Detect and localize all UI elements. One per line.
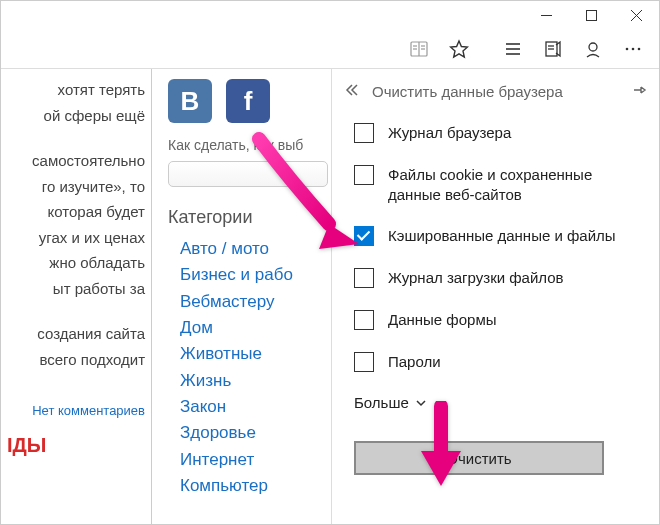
checkbox-label: Журнал браузера (388, 123, 511, 143)
category-link[interactable]: Вебмастеру (180, 289, 331, 315)
no-comments-link[interactable]: Нет комментариев (1, 400, 145, 422)
category-link[interactable]: Компьютер (180, 473, 331, 499)
show-more-button[interactable]: Больше (354, 394, 637, 411)
category-link[interactable]: Дом (180, 315, 331, 341)
pin-icon[interactable] (631, 82, 647, 101)
panel-title: Очистить данные браузера (372, 83, 619, 100)
tagline: Как сделать, как выб (168, 137, 331, 153)
category-link[interactable]: Закон (180, 394, 331, 420)
checkbox-label: Кэшированные данные и файлы (388, 226, 616, 246)
checkbox-download-history[interactable] (354, 268, 374, 288)
checkbox-passwords[interactable] (354, 352, 374, 372)
page-sidebar: B f Как сделать, как выб Категории Авто … (151, 69, 331, 524)
category-link[interactable]: Животные (180, 341, 331, 367)
svg-marker-10 (451, 41, 468, 57)
hub-icon[interactable] (495, 31, 531, 67)
more-icon[interactable] (615, 31, 651, 67)
checkbox-label: Данные формы (388, 310, 496, 330)
categories-list: Авто / мото Бизнес и рабо Вебмастеру Дом… (168, 236, 331, 499)
favorites-star-icon[interactable] (441, 31, 477, 67)
vk-icon[interactable]: B (168, 79, 212, 123)
category-link[interactable]: Авто / мото (180, 236, 331, 262)
browser-toolbar (1, 29, 659, 69)
category-link[interactable]: Интернет (180, 447, 331, 473)
svg-point-17 (589, 43, 597, 51)
category-link[interactable]: Жизнь (180, 368, 331, 394)
search-input[interactable] (168, 161, 328, 187)
checkbox-browsing-history[interactable] (354, 123, 374, 143)
svg-point-20 (638, 47, 641, 50)
clear-button[interactable]: Очистить (354, 441, 604, 475)
category-link[interactable]: Здоровье (180, 420, 331, 446)
svg-point-18 (626, 47, 629, 50)
checkbox-cached-data[interactable] (354, 226, 374, 246)
svg-rect-1 (587, 10, 597, 20)
categories-heading: Категории (168, 207, 331, 228)
minimize-button[interactable] (524, 1, 569, 29)
checkbox-label: Пароли (388, 352, 441, 372)
checkbox-cookies[interactable] (354, 165, 374, 185)
back-icon[interactable] (344, 82, 360, 101)
clear-data-panel: Очистить данные браузера Журнал браузера… (331, 69, 659, 524)
checkbox-form-data[interactable] (354, 310, 374, 330)
svg-point-19 (632, 47, 635, 50)
page-text-fragment: хотят терять ой сферы ещё самостоятельно… (1, 69, 151, 524)
heading-fragment: ІДЫ (1, 428, 145, 462)
checkbox-label: Журнал загрузки файлов (388, 268, 564, 288)
web-note-icon[interactable] (535, 31, 571, 67)
window-titlebar (1, 1, 659, 29)
maximize-button[interactable] (569, 1, 614, 29)
reading-view-icon[interactable] (401, 31, 437, 67)
category-link[interactable]: Бизнес и рабо (180, 262, 331, 288)
facebook-icon[interactable]: f (226, 79, 270, 123)
share-icon[interactable] (575, 31, 611, 67)
checkbox-label: Файлы cookie и сохраненные данные веб-са… (388, 165, 637, 204)
close-button[interactable] (614, 1, 659, 29)
